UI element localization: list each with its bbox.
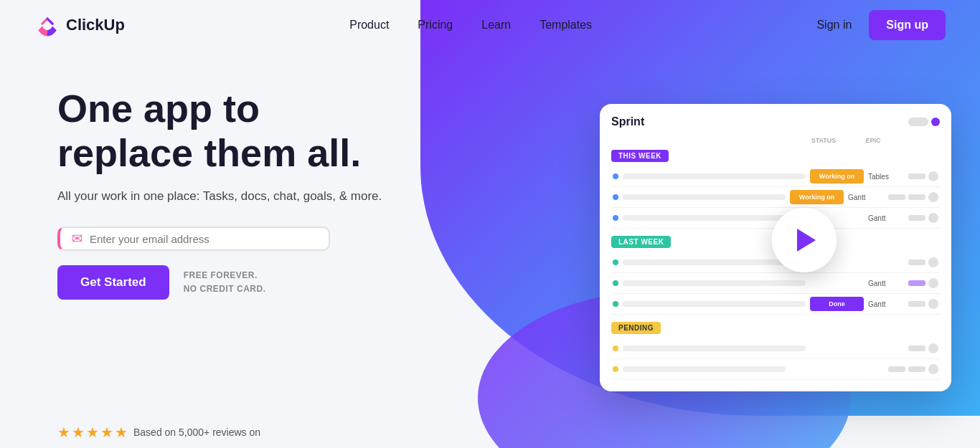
row-controls xyxy=(908,299,938,309)
nav-links: Product Pricing Learn Templates xyxy=(349,19,592,32)
cta-row: Get Started FREE FOREVER. NO CREDIT CARD… xyxy=(57,265,430,300)
epic-text: Gantt xyxy=(868,300,904,308)
task-dot xyxy=(613,345,618,351)
task-bar xyxy=(623,301,806,307)
epic-text: Gantt xyxy=(868,214,904,222)
task-bar xyxy=(623,259,806,265)
epic-text: Tables xyxy=(868,173,904,181)
status-tag xyxy=(810,276,864,290)
nav-product[interactable]: Product xyxy=(349,19,389,31)
task-bar xyxy=(623,194,786,200)
col-epic-header: EPIC xyxy=(855,137,891,144)
play-icon xyxy=(797,229,816,252)
star-3: ★ xyxy=(86,424,99,441)
row-controls xyxy=(888,364,938,374)
task-bar xyxy=(623,280,806,286)
cta-note: FREE FOREVER. NO CREDIT CARD. xyxy=(184,269,266,296)
signup-button[interactable]: Sign up xyxy=(869,10,946,40)
hero-title: One app to replace them all. xyxy=(57,86,430,175)
section-thisweek: THIS WEEK Working on Tables Working on G… xyxy=(611,148,940,229)
status-tag: Working on xyxy=(790,190,844,204)
task-dot xyxy=(613,173,618,179)
toggle-dot xyxy=(931,118,940,126)
email-input[interactable] xyxy=(90,233,326,245)
logo-icon xyxy=(34,12,60,38)
status-tag: Working on xyxy=(810,169,864,184)
nav-pricing[interactable]: Pricing xyxy=(418,19,453,31)
badge-pending: PENDING xyxy=(611,322,661,334)
get-started-button[interactable]: Get Started xyxy=(57,265,169,300)
table-row: Working on Gantt xyxy=(611,187,940,208)
task-bar xyxy=(623,173,806,179)
row-controls xyxy=(908,343,938,353)
table-row: Working on Tables xyxy=(611,166,940,187)
status-tag xyxy=(790,362,844,376)
star-4: ★ xyxy=(100,424,113,441)
status-tag xyxy=(810,341,864,356)
hero-subtitle: All your work in one place: Tasks, docs,… xyxy=(57,189,430,204)
badge-thisweek: THIS WEEK xyxy=(611,150,669,162)
row-controls xyxy=(908,257,938,267)
status-tag: Done xyxy=(810,297,864,311)
table-row xyxy=(611,359,940,380)
star-1: ★ xyxy=(57,424,70,441)
reviews-row: ★ ★ ★ ★ ★ Based on 5,000+ reviews on xyxy=(57,424,260,441)
logo-text: ClickUp xyxy=(66,16,125,34)
signin-button[interactable]: Sign in xyxy=(816,19,852,32)
table-row xyxy=(611,338,940,359)
logo[interactable]: ClickUp xyxy=(34,12,125,38)
task-bar xyxy=(623,345,806,351)
badge-lastweek: LAST WEEK xyxy=(611,236,671,248)
row-controls xyxy=(888,192,938,202)
email-icon: ✉ xyxy=(72,231,83,247)
epic-text: Gantt xyxy=(868,280,904,287)
col-status-header: STATUS xyxy=(795,137,852,144)
app-header: Sprint xyxy=(611,115,940,128)
star-2: ★ xyxy=(72,424,85,441)
task-dot xyxy=(613,259,618,265)
email-form: ✉ xyxy=(57,227,330,251)
task-dot xyxy=(613,280,618,286)
star-rating: ★ ★ ★ ★ ★ xyxy=(57,424,128,441)
navbar: ClickUp Product Pricing Learn Templates … xyxy=(0,0,980,50)
row-controls xyxy=(908,213,938,223)
task-dot xyxy=(613,301,618,307)
task-dot xyxy=(613,366,618,372)
table-row: Gantt xyxy=(611,273,940,294)
col-headers: STATUS EPIC xyxy=(611,137,940,144)
play-button[interactable] xyxy=(772,208,837,272)
row-controls xyxy=(908,278,938,288)
hero-content: One app to replace them all. All your wo… xyxy=(57,72,430,300)
epic-text: Gantt xyxy=(848,194,884,201)
task-dot xyxy=(613,194,618,200)
task-dot xyxy=(613,215,618,221)
star-5: ★ xyxy=(115,424,128,441)
nav-learn[interactable]: Learn xyxy=(481,19,511,31)
row-controls xyxy=(908,171,938,181)
toggle-bar xyxy=(908,118,928,126)
review-text: Based on 5,000+ reviews on xyxy=(133,426,260,438)
app-title: Sprint xyxy=(611,115,644,128)
table-row: Done Gantt xyxy=(611,294,940,315)
nav-templates[interactable]: Templates xyxy=(540,19,592,31)
task-bar xyxy=(623,366,786,372)
section-pending: PENDING xyxy=(611,320,940,380)
nav-actions: Sign in Sign up xyxy=(816,10,946,40)
app-toggle[interactable] xyxy=(908,118,940,126)
